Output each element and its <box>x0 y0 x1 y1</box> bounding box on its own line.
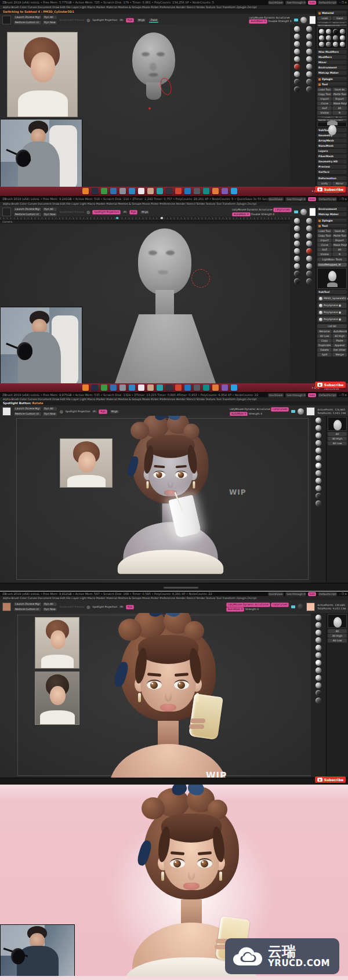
tool-section-header[interactable]: Surface <box>317 170 347 174</box>
tool-palette-button[interactable]: Copy Tool <box>317 92 332 96</box>
shelf-orb-icon[interactable] <box>316 660 321 666</box>
palette-section-header[interactable]: Matcap Maker <box>317 212 347 216</box>
palette-section-header[interactable]: Environment <box>317 207 347 211</box>
material-sphere[interactable] <box>319 29 324 34</box>
zplugin-palette-header[interactable]: Zplugin <box>317 219 347 223</box>
taskbar-app-icon[interactable] <box>119 188 126 194</box>
shelf-orb-icon[interactable] <box>316 637 321 643</box>
shelf-orb-icon[interactable] <box>316 622 321 628</box>
shelf-orb-icon[interactable] <box>294 271 300 277</box>
current-material-thumb[interactable] <box>298 604 304 610</box>
lazymouse-group[interactable]: LazyMouse Dynamic AccuCurve LazyCurves A… <box>226 602 289 612</box>
shelf-orb-icon[interactable] <box>306 218 312 224</box>
taskbar-app-icon[interactable] <box>175 188 182 194</box>
subscribe-button[interactable]: Subscribe <box>315 186 346 193</box>
tool-palette-button[interactable]: R <box>332 111 347 115</box>
shelf-orb-icon[interactable] <box>294 248 300 254</box>
shelf-orb-icon[interactable] <box>294 278 300 284</box>
rgb-button[interactable]: Rgb <box>129 210 138 215</box>
timeline-marker[interactable] <box>116 217 118 219</box>
taskbar-app-icon[interactable] <box>82 384 89 391</box>
spotlight-icon[interactable]: ◍ <box>86 605 90 609</box>
visibility-eye-icon[interactable] <box>339 304 341 307</box>
material-sphere[interactable] <box>340 29 345 34</box>
taskbar-app-icon[interactable] <box>92 384 98 391</box>
default-script-button[interactable]: DefaultScript <box>318 592 338 596</box>
taskbar-app-icon[interactable] <box>194 188 200 194</box>
subtool-action-button[interactable]: Copy <box>317 339 332 343</box>
shelf-orb-icon[interactable] <box>316 645 321 651</box>
see-through-slider[interactable]: See-through 0 <box>285 592 306 596</box>
shelf-orb-icon[interactable] <box>306 64 312 70</box>
taskbar-app-icon[interactable] <box>110 384 117 391</box>
taskbar-app-icon[interactable] <box>194 384 200 391</box>
palette-mini-button[interactable]: All High <box>328 634 347 638</box>
tool-section-header[interactable]: FiberMesh <box>317 154 347 158</box>
material-sphere[interactable] <box>340 42 345 47</box>
subtool-row[interactable]: PM3D_Sphere3D1 <box>317 295 347 302</box>
taskbar-app-icon[interactable] <box>129 188 135 194</box>
taskbar-app-icon[interactable] <box>184 188 191 194</box>
dyn-all-button[interactable]: Dyn All <box>42 406 57 411</box>
shelf-orb-icon[interactable] <box>294 49 300 55</box>
taskbar-app-icon[interactable] <box>157 188 163 194</box>
shelf-orb-icon[interactable] <box>316 463 321 469</box>
quicksave-button[interactable]: QuickSave <box>268 393 284 397</box>
tool-palette-button[interactable]: Copy Tool <box>317 234 332 238</box>
taskbar-app-icon[interactable] <box>101 188 107 194</box>
subtool-action-button[interactable]: Delete <box>317 348 332 352</box>
solo-button[interactable]: Solo <box>308 592 316 596</box>
tool-palette-button[interactable]: Visible <box>317 252 332 256</box>
stroke-toggle[interactable] <box>291 410 295 413</box>
tool-section-header[interactable]: NanoMesh <box>317 144 347 148</box>
spotlight-projection-button[interactable]: Spotlight Projection <box>66 410 90 413</box>
lightbox-materials-button[interactable]: LightBox» Materials <box>317 21 347 23</box>
current-material-name[interactable]: BasicMaterial 19 <box>317 24 347 26</box>
active-color-swatch[interactable] <box>2 407 11 416</box>
tool-palette-button[interactable]: GoZ <box>317 106 332 110</box>
spotlight-projection-button[interactable]: Spotlight Projection <box>92 19 117 21</box>
tool-palette-button[interactable]: Load Tool <box>317 88 332 92</box>
strength-label[interactable]: Strength 4 <box>245 608 259 611</box>
subscribe-button[interactable]: Subscribe <box>315 776 346 783</box>
stroke-toggle[interactable] <box>294 19 298 21</box>
tool-palette-button[interactable]: Export <box>332 97 347 101</box>
automask-button[interactable]: AutoMask 9 <box>249 19 267 24</box>
shelf-orb-icon[interactable] <box>294 56 300 62</box>
taskbar-app-icon[interactable] <box>166 384 172 391</box>
launch-zscene-button[interactable]: Launch Zscene Mgr <box>13 602 42 607</box>
zadd-button[interactable]: Zadd <box>148 18 158 23</box>
shelf-orb-icon[interactable] <box>316 448 321 453</box>
taskbar-app-icon[interactable] <box>231 384 237 391</box>
taskbar-app-icon[interactable] <box>101 384 107 391</box>
timeline-marker[interactable] <box>161 217 163 219</box>
current-tool-thumbnail[interactable] <box>317 268 347 289</box>
shelf-orb-icon[interactable] <box>294 226 300 231</box>
taskbar-app-icon[interactable] <box>184 384 191 391</box>
timeline-track-label[interactable]: Camera <box>2 220 12 223</box>
subscribe-button[interactable]: Subscribe <box>315 382 346 388</box>
tool-palette-button[interactable]: Paste Tool <box>332 92 347 96</box>
canvas-scrollbar[interactable] <box>0 583 348 591</box>
subtool-action-button[interactable]: Duplicate <box>317 343 332 347</box>
scrollbar-handle[interactable] <box>164 587 198 589</box>
strength-label[interactable]: Strength 4 <box>278 20 291 23</box>
shelf-orb-icon[interactable] <box>294 86 300 92</box>
taskbar-app-icon[interactable] <box>166 188 172 194</box>
tool-palette-button[interactable]: Import <box>317 238 332 242</box>
palette-thumbnail[interactable] <box>328 614 347 628</box>
default-script-button[interactable]: DefaultScript <box>318 393 338 397</box>
taskbar-app-icon[interactable] <box>129 384 135 391</box>
list-all-button[interactable]: List All <box>317 324 347 328</box>
launch-zscene-button[interactable]: Launch Zscene Mgr <box>13 15 42 20</box>
sculpt-head[interactable] <box>132 32 175 86</box>
lazy-row-labels[interactable]: LazyMouse Dynamic AccuCurve <box>232 208 273 211</box>
shelf-orb-icon[interactable] <box>306 278 312 284</box>
shelf-orb-icon[interactable] <box>294 71 300 77</box>
see-through-slider[interactable]: See-through 0 <box>285 197 306 201</box>
tool-palette-button[interactable]: Save As <box>332 88 347 92</box>
taskbar-app-icon[interactable] <box>157 384 163 391</box>
subtool-action-button[interactable]: Append <box>332 343 347 347</box>
taskbar-app-icon[interactable] <box>212 384 219 391</box>
shelf-orb-icon[interactable] <box>294 263 300 269</box>
